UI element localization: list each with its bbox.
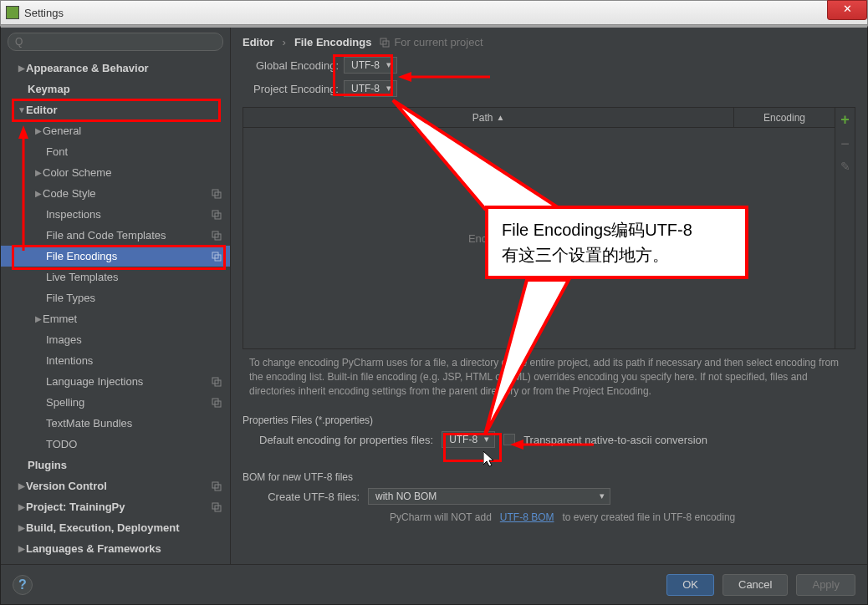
tree-build[interactable]: ▶Build, Execution, Deployment <box>1 517 230 538</box>
props-encoding-label: Default encoding for properties files: <box>259 434 433 446</box>
tree-filetypes[interactable]: File Types <box>1 287 230 308</box>
tree-project[interactable]: ▶Project: TrainingPy <box>1 496 230 517</box>
footer: ? OK Cancel Apply <box>1 564 867 604</box>
add-button[interactable]: + <box>840 111 850 129</box>
project-encoding-label: Project Encoding: <box>243 83 339 95</box>
global-encoding-dropdown[interactable]: UTF-8 <box>344 57 397 74</box>
transparent-label: Transparent native-to-ascii conversion <box>523 434 707 446</box>
settings-tree: ▶Appearance & Behavior Keymap ▼Editor ▶G… <box>1 54 230 564</box>
scope-icon <box>212 189 222 199</box>
remove-button: − <box>840 135 850 153</box>
props-section: Properties Files (*.properties) <box>231 406 867 428</box>
tree-fileencodings[interactable]: File Encodings <box>1 246 230 267</box>
breadcrumb: Editor › File Encodings For current proj… <box>231 28 867 53</box>
app-icon <box>6 6 19 19</box>
breadcrumb-sep: › <box>283 36 286 48</box>
bom-section: BOM for new UTF-8 files <box>231 463 867 485</box>
tree-appearance[interactable]: ▶Appearance & Behavior <box>1 58 230 79</box>
tree-emmet[interactable]: ▶Emmet <box>1 308 230 329</box>
crumb-editor[interactable]: Editor <box>243 36 274 48</box>
sort-asc-icon: ▲ <box>496 113 504 122</box>
tree-filecodetemplates[interactable]: File and Code Templates <box>1 225 230 246</box>
tree-spelling[interactable]: Spelling <box>1 392 230 413</box>
search-input[interactable] <box>8 33 223 51</box>
tree-languageinjections[interactable]: Language Injections <box>1 371 230 392</box>
scope-icon <box>212 502 222 512</box>
tree-plugins[interactable]: Plugins <box>1 455 230 475</box>
main-panel: Editor › File Encodings For current proj… <box>231 28 867 564</box>
annotation-callout: File Encodings编码UTF-8 有这三个设置的地方。 <box>485 206 748 279</box>
transparent-checkbox[interactable] <box>503 434 515 445</box>
breadcrumb-hint: For current project <box>380 36 483 48</box>
edit-button: ✎ <box>840 160 850 173</box>
th-encoding[interactable]: Encoding <box>734 108 835 127</box>
ok-button[interactable]: OK <box>666 574 714 596</box>
tree-versioncontrol[interactable]: ▶Version Control <box>1 475 230 496</box>
scope-icon <box>212 252 222 262</box>
create-utf8-dropdown[interactable]: with NO BOM <box>368 488 610 505</box>
tree-livetemplates[interactable]: Live Templates <box>1 267 230 287</box>
scope-icon <box>212 481 222 491</box>
bom-link[interactable]: UTF-8 BOM <box>500 511 554 523</box>
tree-todo[interactable]: TODO <box>1 434 230 455</box>
tree-font[interactable]: Font <box>1 141 230 162</box>
window-title: Settings <box>24 7 64 19</box>
tree-general[interactable]: ▶General <box>1 120 230 141</box>
th-path[interactable]: Path▲ <box>243 108 734 127</box>
bom-info: PyCharm will NOT add UTF-8 BOM to every … <box>231 508 867 526</box>
close-button[interactable]: ✕ <box>827 0 867 20</box>
tree-colorscheme[interactable]: ▶Color Scheme <box>1 162 230 183</box>
help-button[interactable]: ? <box>13 575 33 595</box>
crumb-fileencodings: File Encodings <box>294 36 371 48</box>
tree-keymap[interactable]: Keymap <box>1 79 230 99</box>
tree-editor[interactable]: ▼Editor <box>1 99 230 120</box>
tree-inspections[interactable]: Inspections <box>1 204 230 225</box>
tree-codestyle[interactable]: ▶Code Style <box>1 183 230 204</box>
global-encoding-label: Global Encoding: <box>243 59 339 72</box>
cancel-button[interactable]: Cancel <box>722 574 788 596</box>
scope-icon <box>380 38 390 48</box>
tree-intentions[interactable]: Intentions <box>1 350 230 371</box>
apply-button[interactable]: Apply <box>796 574 855 596</box>
scope-icon <box>212 231 222 241</box>
tree-images[interactable]: Images <box>1 329 230 350</box>
help-text: To change encoding PyCharm uses for a fi… <box>231 349 867 406</box>
scope-icon <box>212 377 222 387</box>
titlebar: Settings ✕ <box>0 0 868 25</box>
create-utf8-label: Create UTF-8 files: <box>259 491 360 503</box>
tree-textmate[interactable]: TextMate Bundles <box>1 413 230 434</box>
tree-langframeworks[interactable]: ▶Languages & Frameworks <box>1 538 230 559</box>
scope-icon <box>212 210 222 220</box>
scope-icon <box>212 398 222 408</box>
project-encoding-dropdown[interactable]: UTF-8 <box>344 80 397 97</box>
props-encoding-dropdown[interactable]: UTF-8 <box>442 431 495 448</box>
sidebar: ▶Appearance & Behavior Keymap ▼Editor ▶G… <box>1 28 231 564</box>
